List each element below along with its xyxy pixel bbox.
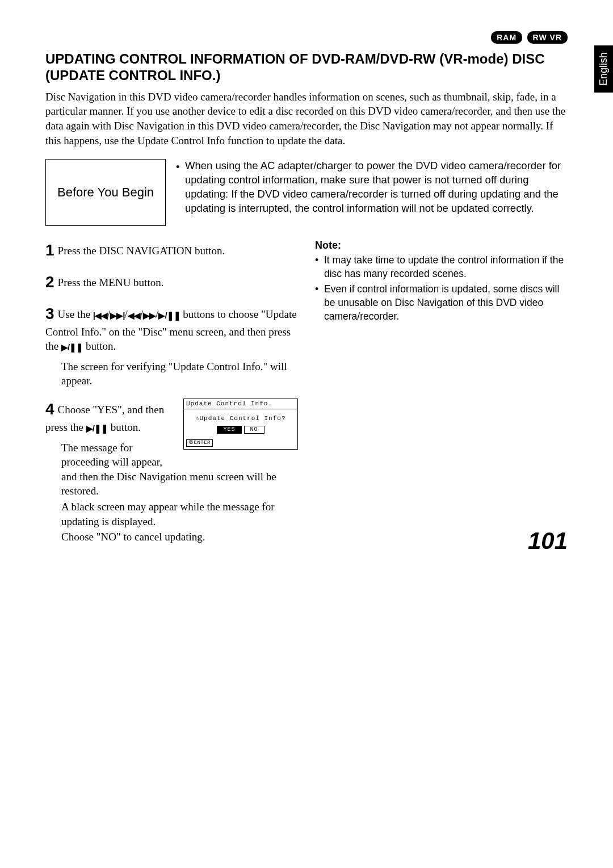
step-4: 4Choose "YES", and then press the ▶/❚❚ b… <box>45 399 298 544</box>
before-label-box: Before You Begin <box>45 159 166 226</box>
format-badges: RAM RW VR <box>489 31 568 44</box>
intro-paragraph: Disc Navigation in this DVD video camera… <box>45 90 568 148</box>
step-4-cont-3: A black screen may appear while the mess… <box>61 500 298 529</box>
lcd-screenshot: Update Control Info. ⚠Update Control Inf… <box>183 399 298 449</box>
rewind-icon: ◀◀ <box>128 310 140 321</box>
bullet-icon: • <box>176 159 180 216</box>
steps-column: 1Press the DISC NAVIGATION button. 2Pres… <box>45 240 298 555</box>
step-number-2: 2 <box>45 273 54 291</box>
warning-icon: ⚠ <box>195 415 199 422</box>
language-tab: English <box>594 45 613 93</box>
step-number-1: 1 <box>45 241 54 259</box>
note-column: Note: •It may take time to update the co… <box>315 240 568 555</box>
bullet-icon: • <box>315 283 320 323</box>
step-4-cont-4: Choose "NO" to cancel updating. <box>61 530 298 544</box>
lcd-question: ⚠Update Control Info? <box>187 415 294 422</box>
step-3-text-a: Use the <box>58 308 93 320</box>
next-track-icon: ▶▶| <box>110 310 124 321</box>
before-item-text: When using the AC adapter/charger to pow… <box>185 159 568 216</box>
prev-track-icon: |◀◀ <box>93 310 107 321</box>
lcd-no-button: NO <box>244 426 264 434</box>
page-number: 101 <box>528 527 568 555</box>
play-pause-icon: ▶/❚❚ <box>158 310 180 321</box>
step-3-continuation: The screen for verifying "Update Control… <box>61 359 298 388</box>
play-pause-icon: ▶/❚❚ <box>61 342 83 353</box>
lcd-enter-hint: ⦿ENTER <box>186 439 213 447</box>
note-item-1: •It may take time to update the control … <box>315 254 568 280</box>
lcd-yes-button: YES <box>217 426 241 434</box>
step-1: 1Press the DISC NAVIGATION button. <box>45 240 298 261</box>
step-number-3: 3 <box>45 305 54 322</box>
note-heading: Note: <box>315 240 568 251</box>
step-4-text-b: button. <box>108 421 141 433</box>
lcd-buttons: YESNO <box>187 426 294 434</box>
badge-rwvr: RW VR <box>527 31 568 44</box>
note-list: •It may take time to update the control … <box>315 254 568 323</box>
play-pause-icon: ▶/❚❚ <box>86 423 108 434</box>
step-4-cont-2: and then the Disc Navigation menu screen… <box>61 469 298 498</box>
step-2: 2Press the MENU button. <box>45 271 298 293</box>
note-item-2: •Even if control information is updated,… <box>315 283 568 323</box>
lcd-title: Update Control Info. <box>184 399 297 409</box>
before-content: • When using the AC adapter/charger to p… <box>176 159 568 216</box>
step-4-cont-1: The message for proceeding will appear, <box>61 441 175 469</box>
step-number-4: 4 <box>45 400 54 418</box>
step-3: 3Use the |◀◀/▶▶|/◀◀/▶▶/▶/❚❚ buttons to c… <box>45 303 298 388</box>
fast-forward-icon: ▶▶ <box>143 310 156 321</box>
section-title: UPDATING CONTROL INFORMATION OF DVD-RAM/… <box>45 51 568 84</box>
step-2-text: Press the MENU button. <box>58 276 164 288</box>
content-columns: 1Press the DISC NAVIGATION button. 2Pres… <box>45 240 568 555</box>
before-you-begin: Before You Begin • When using the AC ada… <box>45 159 568 226</box>
badge-ram: RAM <box>491 31 522 44</box>
manual-page: RAM RW VR English UPDATING CONTROL INFOR… <box>0 0 613 577</box>
lcd-footer: ⦿ENTER <box>184 439 297 448</box>
step-3-text-c: button. <box>83 340 116 352</box>
step-1-text: Press the DISC NAVIGATION button. <box>58 245 225 257</box>
bullet-icon: • <box>315 254 320 280</box>
